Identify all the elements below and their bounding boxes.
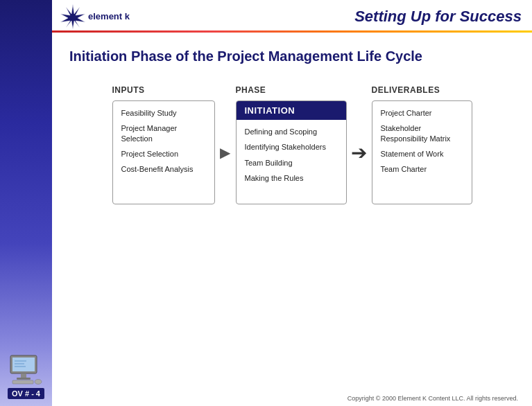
page-title: Initiation Phase of the Project Manageme… — [69, 48, 515, 64]
list-item: Project Charter — [381, 108, 463, 118]
computer-icon — [7, 354, 45, 385]
header: element k Setting Up for Success — [52, 0, 532, 35]
big-arrow-container: ➔ — [347, 141, 372, 164]
big-arrow-icon: ➔ — [351, 141, 367, 164]
list-item: Project Selection — [121, 149, 206, 159]
list-item: Defining and Scoping — [245, 127, 338, 136]
svg-rect-1 — [12, 358, 35, 371]
content-area: Initiation Phase of the Project Manageme… — [52, 35, 532, 392]
slide-label: OV # - 4 — [8, 388, 44, 399]
header-title: Setting Up for Success — [354, 8, 522, 26]
logo-area: element k — [59, 3, 130, 30]
phase-title: INITIATION — [237, 101, 346, 120]
inputs-column: INPUTS Feasibility StudyProject Manager … — [112, 85, 215, 204]
svg-rect-3 — [17, 378, 31, 380]
svg-point-5 — [35, 380, 42, 385]
small-arrow-icon: ▶ — [220, 144, 230, 161]
phase-box: INITIATION Defining and ScopingIdentifyi… — [236, 100, 347, 204]
copyright-text: Copyright © 2000 Element K Content LLC. … — [347, 395, 518, 402]
logo-starburst-icon — [59, 3, 87, 30]
svg-rect-2 — [21, 373, 26, 378]
list-item: Statement of Work — [381, 149, 463, 159]
list-item: Feasibility Study — [121, 108, 206, 118]
main-area: element k Setting Up for Success Initiat… — [52, 0, 532, 406]
deliverables-box: Project CharterStakeholder Responsibilit… — [372, 100, 472, 204]
footer: Copyright © 2000 Element K Content LLC. … — [52, 392, 532, 406]
phase-header-label: PHASE — [236, 85, 347, 95]
deliverables-header: DELIVERABLES — [372, 85, 472, 95]
list-item: Cost-Benefit Analysis — [121, 164, 206, 174]
small-arrow-container: ▶ — [215, 144, 236, 161]
list-item: Project Manager Selection — [121, 123, 206, 143]
phase-column: PHASE INITIATION Defining and ScopingIde… — [236, 85, 347, 204]
svg-rect-4 — [12, 380, 33, 384]
list-item: Stakeholder Responsibility Matrix — [381, 123, 463, 143]
sidebar: OV # - 4 — [0, 0, 52, 406]
list-item: Team Charter — [381, 164, 463, 174]
inputs-header: INPUTS — [112, 85, 215, 95]
list-item: Team Building — [245, 158, 338, 168]
inputs-box: Feasibility StudyProject Manager Selecti… — [112, 100, 215, 204]
deliverables-column: DELIVERABLES Project CharterStakeholder … — [372, 85, 472, 204]
list-item: Identifying Stakeholders — [245, 142, 338, 152]
svg-marker-9 — [60, 4, 85, 29]
logo-text: element k — [88, 11, 130, 21]
sidebar-bottom: OV # - 4 — [7, 354, 45, 399]
lifecycle-diagram: INPUTS Feasibility StudyProject Manager … — [69, 85, 515, 204]
list-item: Making the Rules — [245, 173, 338, 183]
phase-body: Defining and ScopingIdentifying Stakehol… — [237, 120, 346, 195]
